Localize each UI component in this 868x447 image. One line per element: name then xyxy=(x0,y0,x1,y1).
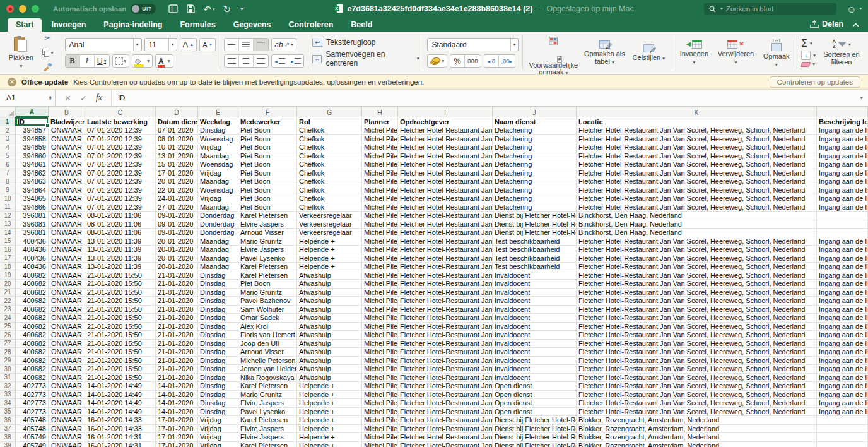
cell[interactable]: Ingang aan de link xyxy=(817,177,868,186)
cell[interactable]: Fletcher Hotel-Restaurant Jan xyxy=(398,220,493,229)
cell[interactable]: 21-01-2020 xyxy=(156,306,198,314)
cell[interactable]: 21-01-2020 15:50 xyxy=(85,348,156,357)
cell[interactable]: Michel Pilet xyxy=(362,237,398,246)
cell[interactable]: Binckhorst, Den Haag, Nederland xyxy=(577,220,817,229)
row-header-5[interactable]: 5 xyxy=(0,152,16,161)
cell[interactable]: Fletcher Hotel-Restaurant Jan xyxy=(398,246,493,254)
row-header-8[interactable]: 8 xyxy=(0,177,16,186)
cell[interactable]: Planner xyxy=(362,117,398,126)
row-header-35[interactable]: 35 xyxy=(0,408,16,417)
cell[interactable]: Dienst bij Fletcher Hotel-Res xyxy=(493,220,577,229)
cell[interactable]: Afwashulp xyxy=(297,289,362,297)
cell[interactable]: Michel Pilet xyxy=(362,314,398,323)
cell[interactable]: ONWAAR xyxy=(49,297,85,306)
cell[interactable]: Invaldocent xyxy=(493,280,577,289)
cell[interactable]: 27-01-2020 xyxy=(156,203,198,212)
cell[interactable]: Ingang aan de link xyxy=(817,408,868,417)
cell[interactable]: 09-01-2020 xyxy=(156,220,198,229)
cell[interactable]: Fletcher Hotel-Restaurant Jan xyxy=(398,314,493,323)
cell[interactable]: Ingang aan de link xyxy=(817,374,868,383)
cell[interactable]: Dinsdag xyxy=(198,306,238,314)
cell[interactable]: 21-01-2020 15:50 xyxy=(85,340,156,349)
autosum-button[interactable]: Σ▾ xyxy=(801,39,816,49)
cell[interactable]: Ingang aan de link xyxy=(817,289,868,297)
row-header-12[interactable]: 12 xyxy=(0,212,16,220)
cell[interactable]: 21-01-2020 xyxy=(156,323,198,331)
font-color-button[interactable]: A▾ xyxy=(155,54,173,68)
column-header-D[interactable]: D xyxy=(156,107,198,117)
cell[interactable]: Dinsdag xyxy=(198,280,238,289)
row-header-17[interactable]: 17 xyxy=(0,254,16,263)
cell[interactable]: Maandag xyxy=(198,177,238,186)
cell[interactable]: 21-01-2020 15:50 xyxy=(85,306,156,314)
tab-gegevens[interactable]: Gegevens xyxy=(225,18,279,32)
cell[interactable]: 405748 xyxy=(16,425,49,434)
cell[interactable]: 405749 xyxy=(16,433,49,442)
cell[interactable]: ID xyxy=(16,117,49,126)
decrease-decimal-button[interactable]: ,00▸ xyxy=(499,55,515,67)
cell[interactable]: Open dienst xyxy=(493,408,577,417)
cell[interactable]: Karel Pietersen xyxy=(238,263,297,271)
cell[interactable]: Michel Pilet xyxy=(362,323,398,331)
cell-styles-button[interactable]: 🖉 Celstijlen ▾ xyxy=(629,33,668,72)
cell[interactable]: Michel Pilet xyxy=(362,212,398,220)
cell[interactable]: 16-01-2020 14:33 xyxy=(85,416,156,425)
cell[interactable]: Fletcher Hotel-Restaurant Jan Van Scorel… xyxy=(577,237,817,246)
cell[interactable]: Fletcher Hotel-Restaurant Jan Van Scorel… xyxy=(577,280,817,289)
cell[interactable]: Ingang aan de link xyxy=(817,194,868,203)
cell[interactable]: Dienst bij Fletcher Hotel-Res xyxy=(493,229,577,237)
grow-font-button[interactable]: A▲ xyxy=(180,38,197,51)
cell[interactable]: 17-01-2020 xyxy=(156,416,198,425)
cell[interactable]: Fletcher Hotel-Restaurant Jan Van Scorel… xyxy=(577,408,817,417)
cell[interactable]: ONWAAR xyxy=(49,425,85,434)
row-header-28[interactable]: 28 xyxy=(0,348,16,357)
cell[interactable]: Invaldocent xyxy=(493,271,577,280)
cell[interactable]: 08-01-2020 xyxy=(156,135,198,144)
sort-filter-button[interactable]: AZ ▾ Sorteren en filteren xyxy=(821,33,862,72)
cell[interactable]: Nika Rogovskaya xyxy=(238,374,297,383)
cell[interactable]: Dienst bij Fletcher Hotel-Res xyxy=(493,416,577,425)
cell[interactable]: Fletcher Hotel-Restaurant Jan Van Scorel… xyxy=(577,177,817,186)
cell[interactable]: 394864 xyxy=(16,186,49,195)
column-header-B[interactable]: B xyxy=(49,107,85,117)
row-header-2[interactable]: 2 xyxy=(0,126,16,135)
cell[interactable]: Detachering xyxy=(493,152,577,161)
cell[interactable]: Fletcher Hotel-Restaurant Jan xyxy=(398,357,493,366)
cell[interactable]: Michel Pilet xyxy=(362,442,398,447)
row-header-27[interactable]: 27 xyxy=(0,340,16,349)
cell[interactable]: 396081 xyxy=(16,220,49,229)
cell[interactable]: ONWAAR xyxy=(49,246,85,254)
cell[interactable]: Fletcher Hotel-Restaurant Jan xyxy=(398,271,493,280)
cell[interactable]: Helpende + xyxy=(297,382,362,391)
cell[interactable]: Ingang aan de link xyxy=(817,365,868,374)
cell[interactable]: Invaldocent xyxy=(493,297,577,306)
cell[interactable]: Chefkok xyxy=(297,194,362,203)
merge-center-button[interactable]: ↔ Samenvoegen en centreren ▾ xyxy=(312,50,419,68)
cell[interactable]: Dienst bij Fletcher Hotel-Res xyxy=(493,212,577,220)
cell[interactable]: 400682 xyxy=(16,348,49,357)
cell[interactable]: 17-01-2020 xyxy=(156,169,198,178)
fill-button[interactable]: ↓▾ xyxy=(801,51,816,60)
column-header-H[interactable]: H xyxy=(362,107,398,117)
redo-button[interactable]: ↻ xyxy=(223,4,231,14)
fill-color-button[interactable]: ▾ xyxy=(132,54,153,68)
tab-formules[interactable]: Formules xyxy=(172,18,223,32)
undo-dropdown-caret[interactable]: ▾ xyxy=(213,7,215,11)
cell[interactable]: Vrijdag xyxy=(198,169,238,178)
tab-start[interactable]: Start xyxy=(8,18,42,32)
column-header-I[interactable]: I xyxy=(398,107,493,117)
cell[interactable]: Ingang aan de link xyxy=(817,135,868,144)
cell[interactable]: Locatie xyxy=(577,117,817,126)
cell[interactable]: 405749 xyxy=(16,442,49,447)
cell[interactable]: Ingang aan de link xyxy=(817,399,868,408)
cell[interactable]: 394857 xyxy=(16,126,49,135)
cell[interactable]: Fletcher Hotel-Restaurant Jan xyxy=(398,280,493,289)
cell[interactable]: 14-01-2020 xyxy=(156,399,198,408)
cell[interactable]: Dienst bij Fletcher Hotel-Res xyxy=(493,433,577,442)
row-header-21[interactable]: 21 xyxy=(0,289,16,297)
cell[interactable] xyxy=(817,220,868,229)
pages-icon[interactable] xyxy=(168,4,178,13)
font-name-select[interactable]: Arial▾ xyxy=(65,38,142,51)
cell[interactable]: Dinsdag xyxy=(198,408,238,417)
italic-button[interactable]: I xyxy=(80,55,95,67)
